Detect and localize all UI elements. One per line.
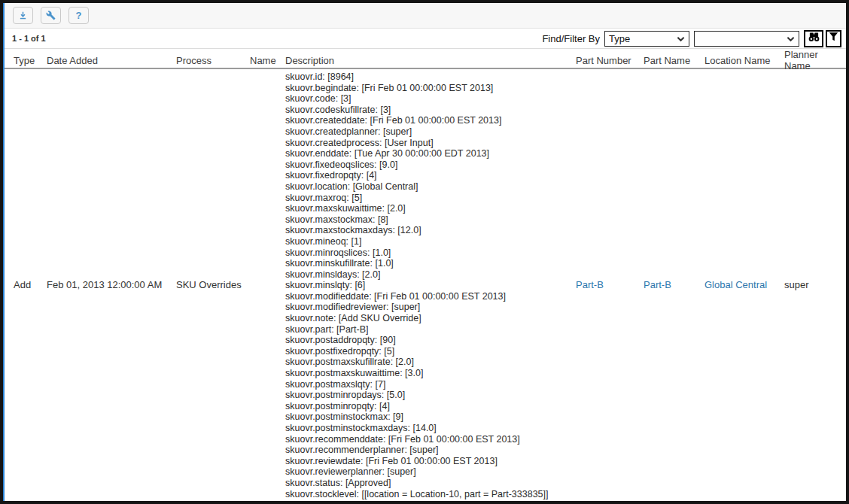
column-header-date-added[interactable]: Date Added bbox=[47, 55, 176, 66]
funnel-icon bbox=[829, 32, 838, 45]
column-header-process[interactable]: Process bbox=[176, 55, 250, 66]
cell-description: skuovr.id: [8964] skuovr.begindate: [Fri… bbox=[285, 69, 576, 499]
filter-field-select[interactable]: Type bbox=[604, 31, 689, 47]
filter-button[interactable] bbox=[826, 30, 841, 47]
filter-field-selected-value: Type bbox=[609, 33, 630, 44]
find-filter-buttons bbox=[804, 30, 841, 47]
column-header-type[interactable]: Type bbox=[14, 55, 47, 66]
toolbar: ? bbox=[3, 3, 846, 29]
part-name-link[interactable]: Part-B bbox=[644, 279, 671, 290]
table-row: Add Feb 01, 2013 12:00:00 AM SKU Overrid… bbox=[3, 69, 846, 499]
cell-type: Add bbox=[14, 279, 47, 290]
column-header-description[interactable]: Description bbox=[285, 55, 576, 66]
wrench-icon bbox=[46, 11, 56, 20]
chevron-down-icon bbox=[677, 33, 685, 44]
filter-bar: 1 - 1 of 1 Find/Filter By Type bbox=[3, 29, 846, 49]
table-header-row: Type Date Added Process Name Description… bbox=[3, 49, 846, 69]
app-window: ? 1 - 1 of 1 Find/Filter By Type bbox=[0, 0, 849, 504]
chevron-down-icon bbox=[787, 33, 795, 44]
column-header-part-number[interactable]: Part Number bbox=[576, 55, 644, 66]
binoculars-icon bbox=[808, 32, 820, 45]
cell-process: SKU Overrides bbox=[176, 279, 250, 290]
left-accent-strip bbox=[3, 3, 5, 501]
cell-date-added: Feb 01, 2013 12:00:00 AM bbox=[47, 279, 176, 290]
find-filter-label: Find/Filter By bbox=[542, 33, 600, 44]
location-name-link[interactable]: Global Central bbox=[704, 279, 767, 290]
download-button[interactable] bbox=[13, 7, 33, 24]
column-header-planner-name[interactable]: Planner Name bbox=[784, 49, 846, 71]
column-header-location-name[interactable]: Location Name bbox=[704, 55, 784, 66]
help-button[interactable]: ? bbox=[68, 7, 89, 24]
question-icon: ? bbox=[76, 10, 82, 21]
filter-value-select[interactable] bbox=[694, 31, 799, 47]
download-icon bbox=[18, 11, 28, 20]
column-header-part-name[interactable]: Part Name bbox=[644, 55, 704, 66]
record-count: 1 - 1 of 1 bbox=[12, 34, 46, 43]
find-filter-controls: Find/Filter By Type bbox=[542, 30, 841, 47]
find-button[interactable] bbox=[804, 30, 823, 47]
column-header-name[interactable]: Name bbox=[250, 55, 285, 66]
part-number-link[interactable]: Part-B bbox=[576, 279, 604, 290]
cell-planner-name: super bbox=[784, 279, 846, 290]
tools-button[interactable] bbox=[41, 7, 61, 24]
